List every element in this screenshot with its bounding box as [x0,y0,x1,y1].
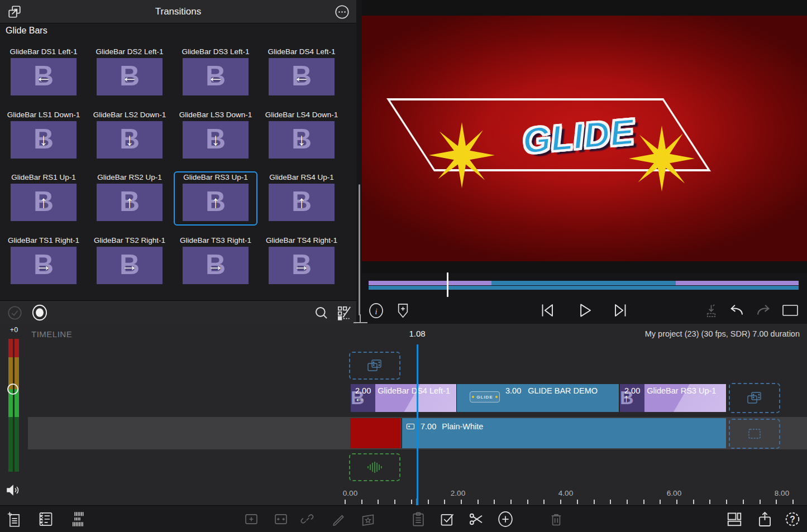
transition-item[interactable]: GlideBar LS3 Down-1B↓ [174,109,257,163]
transition-item-label: GlideBar RS4 Up-1 [261,173,342,182]
ruler-tick [709,500,710,504]
transition-item[interactable]: GlideBar DS4 Left-1B← [260,46,343,100]
audio-meter-right [15,339,19,472]
play-button[interactable] [576,302,593,319]
select-mode-icon[interactable] [7,305,22,320]
transition-thumbnail[interactable]: B↓ [11,121,77,159]
transition-item[interactable]: GlideBar TS4 Right-1B→ [260,234,343,289]
ruler-tick [577,500,578,504]
transition-item[interactable]: GlideBar TS3 Right-1B→ [174,234,257,289]
transition-item[interactable]: GlideBar RS2 Up-1B↑ [88,171,171,226]
ruler-tick [726,500,727,504]
track-size-icon[interactable] [70,511,87,528]
transition-item[interactable]: GlideBar RS3 Up-1B↑ [174,171,257,226]
search-icon[interactable] [313,305,329,320]
clip-info-icon[interactable]: i [367,302,384,319]
svg-text:i: i [375,306,377,315]
add-marker-icon[interactable] [394,302,411,319]
scrubber-playhead[interactable] [447,272,448,297]
edit-list-icon[interactable] [336,305,352,320]
panel-scrollbar[interactable] [359,184,360,315]
fullscreen-icon[interactable] [782,302,799,319]
transition-thumbnail[interactable]: B→ [97,247,163,284]
clip-type-icon [406,422,415,431]
transition-clip-label: 2.00 GlideBar RS3 Up-1 [624,386,716,395]
select-clips-icon[interactable] [439,511,456,528]
transition-item-label: GlideBar LS3 Down-1 [175,111,256,119]
help-settings-icon[interactable]: ? [784,511,801,528]
share-export-icon[interactable] [756,511,773,528]
delete-clip-icon[interactable] [548,511,565,528]
redo-icon[interactable] [755,302,772,319]
transition-item[interactable]: GlideBar DS2 Left-1B← [88,46,171,100]
transition-thumbnail[interactable]: B← [269,58,335,95]
add-project-icon[interactable] [6,511,23,528]
main-clip-thumbnail[interactable] [350,418,400,448]
preview-scrubber-overlay-bar[interactable] [369,281,799,285]
transition-thumbnail[interactable]: B→ [183,247,249,284]
transition-item[interactable]: GlideBar LS4 Down-1B↓ [260,109,343,163]
add-clip-icon[interactable] [497,511,514,528]
record-voiceover-button[interactable] [32,305,47,320]
panel-header: Transitions [0,0,356,23]
transition-item[interactable]: GlideBar RS4 Up-1B↑ [260,171,343,226]
undo-icon[interactable] [728,302,745,319]
ruler-tick [428,500,429,504]
video-frame: GLIDE [362,16,807,261]
transition-thumbnail[interactable]: B→ [11,247,77,284]
volume-knob[interactable] [7,384,18,395]
skip-to-start-icon[interactable] [538,302,555,319]
transition-item[interactable]: GlideBar DS1 Left-1B← [2,46,85,100]
transition-thumbnail[interactable]: B↓ [183,121,249,159]
clip-list-icon[interactable] [37,511,54,528]
overlay-track-dropzone-right[interactable] [729,383,780,413]
preview-scrubber-main-bar[interactable] [369,286,799,290]
direction-arrow-icon: ↓ [192,131,240,148]
transition-thumbnail[interactable]: B← [97,58,163,95]
more-options-icon[interactable] [334,4,350,20]
skip-to-end-icon[interactable] [613,302,629,319]
scrubber-segment [369,281,491,285]
timeline-playhead[interactable] [417,344,418,499]
ruler-label: 4.00 [549,489,582,497]
pane-divider-handle[interactable] [360,314,361,323]
transition-thumbnail[interactable]: B← [11,58,77,95]
insert-clip-icon[interactable] [243,511,260,528]
transition-thumbnail[interactable]: B↑ [97,184,163,221]
transition-item-label: GlideBar RS1 Up-1 [3,173,84,182]
transition-thumbnail[interactable]: B↓ [97,121,163,159]
timeline: TIMELINE 1.08 My project (23) (30 fps, S… [0,324,807,505]
audio-track-dropzone[interactable] [349,453,400,481]
overwrite-clip-icon[interactable] [273,511,289,528]
pane-divider-handle[interactable] [354,322,367,323]
main-track-dropzone-right[interactable] [729,419,780,449]
link-clips-icon[interactable] [299,511,316,528]
edit-pencil-icon[interactable] [330,511,347,528]
split-clip-icon[interactable] [468,511,485,528]
transition-item-label: GlideBar DS4 Left-1 [261,47,342,56]
render-sample-icon[interactable] [703,302,719,319]
paste-attributes-icon[interactable] [410,511,427,528]
transition-item[interactable]: GlideBar TS1 Right-1B→ [2,234,85,289]
gain-label: +0 [7,326,21,334]
ruler-tick [378,500,379,504]
speaker-icon[interactable] [6,483,21,497]
transition-item[interactable]: GlideBar LS1 Down-1B↓ [2,109,85,163]
effects-preset-icon[interactable] [360,511,376,528]
transition-item[interactable]: GlideBar TS2 Right-1B→ [88,234,171,289]
transition-thumbnail[interactable]: B↑ [11,184,77,221]
layout-switch-icon[interactable] [726,511,743,528]
transition-item[interactable]: GlideBar RS1 Up-1B↑ [2,171,85,226]
video-preview[interactable]: GLIDE [362,0,807,274]
timeline-heading: TIMELINE [31,329,72,339]
transition-thumbnail[interactable]: B↑ [183,184,249,221]
transition-thumbnail[interactable]: B← [183,58,249,95]
transition-item[interactable]: GlideBar LS2 Down-1B↓ [88,109,171,163]
transition-thumbnail[interactable]: B→ [269,247,335,284]
transition-thumbnail[interactable]: B↑ [269,184,335,221]
transition-item[interactable]: GlideBar DS3 Left-1B← [174,46,257,100]
overlay-track-dropzone[interactable] [349,352,400,380]
project-info: My project (23) (30 fps, SDR) 7.00 durat… [645,329,800,338]
ruler-tick [760,500,761,504]
transition-thumbnail[interactable]: B↓ [269,121,335,159]
